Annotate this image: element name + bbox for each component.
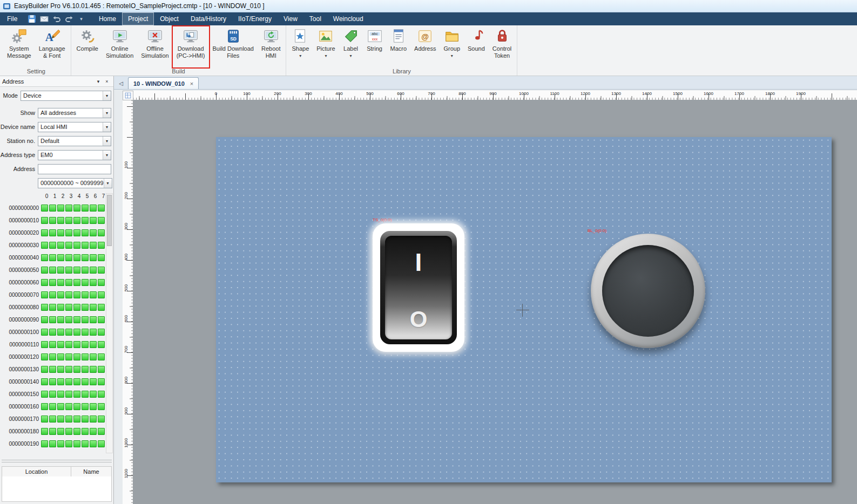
bit-cell[interactable] xyxy=(90,316,97,323)
bit-cell[interactable] xyxy=(41,254,48,261)
bit-cell[interactable] xyxy=(73,378,80,385)
bit-cell[interactable] xyxy=(65,366,72,373)
bit-cell[interactable] xyxy=(41,353,48,360)
bit-cell[interactable] xyxy=(73,416,80,423)
save-icon[interactable] xyxy=(28,15,36,23)
bit-cell[interactable] xyxy=(98,304,105,311)
toggle-switch-object[interactable]: I O xyxy=(373,223,464,352)
tab-nav-left-icon[interactable]: ◁ xyxy=(114,80,128,89)
bit-cell[interactable] xyxy=(57,378,64,385)
bit-cell[interactable] xyxy=(90,291,97,298)
bit-cell[interactable] xyxy=(82,428,89,435)
bit-cell[interactable] xyxy=(98,242,105,249)
bit-cell[interactable] xyxy=(65,279,72,286)
bit-cell[interactable] xyxy=(41,291,48,298)
device-name-select[interactable]: Local HMI▾ xyxy=(38,122,111,132)
bit-cell[interactable] xyxy=(73,242,80,249)
bit-cell[interactable] xyxy=(57,366,64,373)
bit-cell[interactable] xyxy=(98,217,105,224)
bit-cell[interactable] xyxy=(98,440,105,447)
menu-item-object[interactable]: Object xyxy=(154,12,185,25)
language-font-button[interactable]: ALanguage& Font xyxy=(35,26,69,67)
bit-cell[interactable] xyxy=(82,378,89,385)
tab-close-icon[interactable]: × xyxy=(190,80,193,87)
bit-cell[interactable] xyxy=(49,428,56,435)
bit-cell[interactable] xyxy=(90,353,97,360)
control-token-button[interactable]: ControlToken xyxy=(489,26,515,67)
bit-cell[interactable] xyxy=(98,279,105,286)
bit-cell[interactable] xyxy=(73,205,80,212)
bit-cell[interactable] xyxy=(57,316,64,323)
bit-cell[interactable] xyxy=(57,403,64,410)
bit-cell[interactable] xyxy=(98,329,105,336)
bit-cell[interactable] xyxy=(41,242,48,249)
bit-cell[interactable] xyxy=(65,291,72,298)
bit-cell[interactable] xyxy=(49,254,56,261)
bit-cell[interactable] xyxy=(65,329,72,336)
bit-cell[interactable] xyxy=(73,291,80,298)
bit-cell[interactable] xyxy=(90,254,97,261)
export-icon[interactable] xyxy=(40,15,49,23)
bit-cell[interactable] xyxy=(49,329,56,336)
redo-icon[interactable] xyxy=(65,15,73,23)
bit-cell[interactable] xyxy=(73,440,80,447)
system-message-button[interactable]: SystemMessage xyxy=(3,26,35,67)
bit-cell[interactable] xyxy=(90,304,97,311)
bit-cell[interactable] xyxy=(49,391,56,398)
bit-cell[interactable] xyxy=(82,304,89,311)
bit-cell[interactable] xyxy=(65,403,72,410)
bit-cell[interactable] xyxy=(65,428,72,435)
panel-close-icon[interactable]: × xyxy=(103,79,111,84)
bit-cell[interactable] xyxy=(41,229,48,236)
bit-cell[interactable] xyxy=(90,440,97,447)
station-no--select[interactable]: Default▾ xyxy=(38,136,111,146)
bit-cell[interactable] xyxy=(41,391,48,398)
bit-cell[interactable] xyxy=(90,242,97,249)
offline-simulation-button[interactable]: OfflineSimulation xyxy=(137,26,172,67)
bit-cell[interactable] xyxy=(57,304,64,311)
bit-cell[interactable] xyxy=(98,403,105,410)
bit-cell[interactable] xyxy=(49,341,56,348)
build-download-files-button[interactable]: SDBuild DownloadFiles xyxy=(209,26,258,67)
bit-cell[interactable] xyxy=(98,353,105,360)
bit-cell[interactable] xyxy=(41,205,48,212)
bit-cell[interactable] xyxy=(82,353,89,360)
bit-cell[interactable] xyxy=(90,416,97,423)
bit-cell[interactable] xyxy=(82,316,89,323)
menu-item-tool[interactable]: Tool xyxy=(303,12,327,25)
grid-scrollbar[interactable] xyxy=(106,193,113,453)
bit-cell[interactable] xyxy=(65,341,72,348)
bit-cell[interactable] xyxy=(49,229,56,236)
bit-cell[interactable] xyxy=(49,353,56,360)
bit-cell[interactable] xyxy=(90,391,97,398)
round-button-object[interactable] xyxy=(591,234,705,348)
bit-cell[interactable] xyxy=(90,279,97,286)
bit-cell[interactable] xyxy=(49,217,56,224)
bit-cell[interactable] xyxy=(82,254,89,261)
bit-cell[interactable] xyxy=(82,291,89,298)
bit-cell[interactable] xyxy=(57,217,64,224)
reboot-hmi-button[interactable]: RebootHMI xyxy=(258,26,284,67)
mode-select[interactable]: Device ▾ xyxy=(21,91,111,101)
show-select[interactable]: All addresses▾ xyxy=(38,108,111,118)
bit-cell[interactable] xyxy=(73,341,80,348)
bit-cell[interactable] xyxy=(90,217,97,224)
bit-cell[interactable] xyxy=(98,205,105,212)
bit-cell[interactable] xyxy=(49,205,56,212)
bit-cell[interactable] xyxy=(73,254,80,261)
bit-cell[interactable] xyxy=(82,440,89,447)
bit-cell[interactable] xyxy=(82,341,89,348)
bit-cell[interactable] xyxy=(57,242,64,249)
bit-cell[interactable] xyxy=(57,205,64,212)
bit-cell[interactable] xyxy=(41,279,48,286)
bit-cell[interactable] xyxy=(98,316,105,323)
bit-cell[interactable] xyxy=(41,403,48,410)
picture-button[interactable]: Picture▾ xyxy=(313,26,339,67)
location-column-header[interactable]: Location xyxy=(2,467,71,476)
bit-cell[interactable] xyxy=(65,440,72,447)
bit-cell[interactable] xyxy=(65,242,72,249)
bit-cell[interactable] xyxy=(41,428,48,435)
bit-cell[interactable] xyxy=(57,353,64,360)
bit-cell[interactable] xyxy=(73,391,80,398)
bit-cell[interactable] xyxy=(65,378,72,385)
